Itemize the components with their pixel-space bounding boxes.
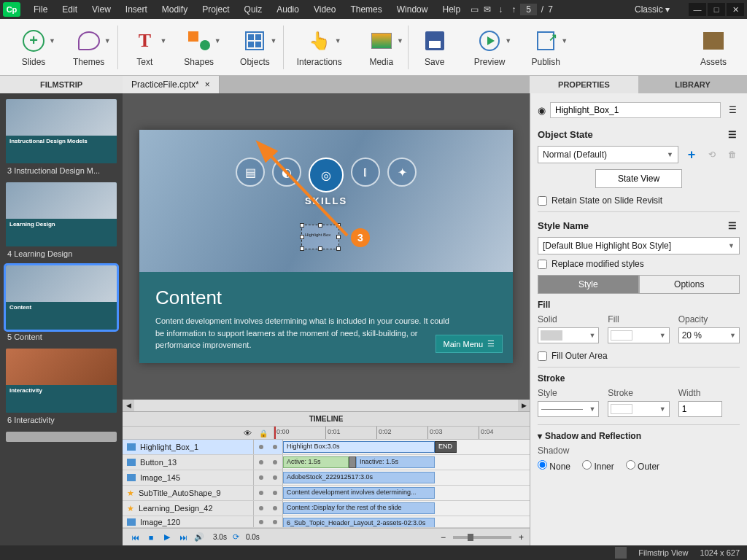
ribbon-slides[interactable]: ▼Slides	[7, 25, 60, 70]
timeline-row[interactable]: Button_13 Active: 1.5sInactive: 1.5s	[123, 455, 530, 470]
fill-outer-checkbox[interactable]	[538, 351, 547, 361]
zoom-in-button[interactable]: +	[519, 532, 524, 542]
stroke-style-dropdown[interactable]: ▼	[538, 401, 599, 417]
workspace-dropdown[interactable]: Classic ▾	[627, 3, 677, 16]
filmstrip-thumb[interactable]: Interactivity 6 Interactivity	[6, 349, 117, 424]
ribbon-assets[interactable]: Assets	[687, 25, 740, 70]
section-menu-icon[interactable]: ☰	[725, 127, 740, 141]
shadow-header[interactable]: ▾ Shadow and Reflection	[538, 431, 740, 441]
timeline-row[interactable]: Image_120 6_Sub_Topic_Header_Layout_2-as…	[123, 516, 530, 528]
menu-edit[interactable]: Edit	[55, 4, 85, 15]
lock-toggle[interactable]	[273, 491, 277, 495]
lock-column-icon[interactable]	[259, 428, 268, 438]
library-tab[interactable]: LIBRARY	[638, 76, 747, 93]
status-mini-icon[interactable]	[615, 547, 627, 559]
solid-dropdown[interactable]: ▼	[538, 327, 599, 343]
style-name-dropdown[interactable]: [Default Blue Highlight Box Style]▼	[538, 237, 740, 254]
loop-button[interactable]: ⟳	[230, 531, 243, 544]
canvas-stage[interactable]: ▤ ◐ ◎ ⫿ ✦ SKILLS Highlight Box	[123, 93, 530, 400]
selection-box[interactable]: Highlight Box	[301, 225, 339, 249]
filmstrip-thumb[interactable]: Learning Design 4 Learning Design	[6, 182, 117, 258]
visibility-toggle[interactable]	[259, 520, 263, 524]
upload-icon[interactable]: ↑	[507, 3, 520, 16]
timeline-bar[interactable]: 6_Sub_Topic_Header_Layout_2-assets-02:3.…	[283, 518, 435, 528]
visibility-toggle[interactable]	[259, 475, 263, 480]
close-button[interactable]: ✕	[727, 3, 744, 16]
menu-insert[interactable]: Insert	[118, 4, 155, 15]
shadow-outer-radio[interactable]: Outer	[626, 460, 659, 472]
ribbon-objects[interactable]: ▼Objects	[227, 25, 283, 70]
forward-button[interactable]: ⏭	[177, 531, 190, 544]
lock-toggle[interactable]	[273, 520, 277, 524]
file-tab[interactable]: PracticeFile.cptx*×	[123, 76, 220, 93]
timeline-bar[interactable]: Content :Display for the rest of the sli…	[283, 502, 435, 514]
style-tab[interactable]: Style	[538, 275, 639, 294]
zoom-out-button[interactable]: −	[441, 532, 446, 542]
ribbon-text[interactable]: T▼Text	[118, 25, 171, 70]
timeline-ruler[interactable]: 0:00 0:01 0:02 0:03 0:04	[274, 427, 530, 439]
timeline-row[interactable]: ★SubTitle_AutoShape_9 Content developmen…	[123, 486, 530, 501]
timeline-bar[interactable]: Highlight Box:3.0s	[283, 441, 435, 453]
timeline-row[interactable]: Image_145 AdobeStock_222912517:3.0s	[123, 470, 530, 486]
timeline-bar[interactable]: Active: 1.5s	[283, 456, 349, 468]
slide-canvas[interactable]: ▤ ◐ ◎ ⫿ ✦ SKILLS Highlight Box	[139, 130, 513, 363]
playhead[interactable]	[274, 427, 276, 439]
menu-file[interactable]: File	[26, 4, 55, 15]
shadow-inner-radio[interactable]: Inner	[582, 460, 614, 472]
scroll-left-button[interactable]: ◀	[123, 400, 134, 411]
object-name-input[interactable]	[550, 102, 721, 118]
menu-themes[interactable]: Themes	[343, 4, 389, 15]
visibility-icon[interactable]: ◉	[538, 105, 546, 116]
scroll-right-button[interactable]: ▶	[518, 400, 530, 411]
filmstrip-thumb[interactable]	[6, 432, 117, 442]
timeline-bar[interactable]: Inactive: 1.5s	[356, 456, 435, 468]
visibility-toggle[interactable]	[259, 506, 263, 510]
chat-icon[interactable]: ▭	[468, 3, 481, 16]
opacity-input[interactable]: 20 %▼	[678, 327, 740, 343]
zoom-slider[interactable]	[453, 536, 511, 539]
ribbon-themes[interactable]: ▼Themes	[60, 25, 117, 70]
menu-quiz[interactable]: Quiz	[237, 4, 270, 15]
filmstrip-header[interactable]: FILMSTRIP	[0, 76, 123, 93]
menu-help[interactable]: Help	[435, 4, 468, 15]
section-menu-icon[interactable]: ☰	[725, 218, 740, 233]
canvas-hscroll[interactable]: ◀ ▶	[123, 400, 530, 411]
pause-marker[interactable]	[349, 456, 356, 468]
lock-toggle[interactable]	[273, 445, 277, 449]
ribbon-shapes[interactable]: ▼Shapes	[171, 25, 227, 70]
ribbon-preview[interactable]: ▼Preview	[461, 25, 519, 70]
rewind-button[interactable]: ⏮	[128, 531, 142, 544]
menu-project[interactable]: Project	[195, 4, 236, 15]
ribbon-save[interactable]: Save	[409, 25, 461, 70]
menu-video[interactable]: Video	[306, 4, 343, 15]
timeline-row[interactable]: ★Learning_Design_42 Content :Display for…	[123, 501, 530, 516]
options-tab[interactable]: Options	[639, 275, 740, 294]
add-state-button[interactable]: +	[684, 147, 699, 162]
maximize-button[interactable]: □	[708, 3, 725, 16]
play-button[interactable]: ▶	[160, 531, 174, 544]
timeline-bar[interactable]: Content development involves determining…	[283, 487, 435, 499]
retain-state-checkbox[interactable]	[538, 196, 547, 206]
timeline-header[interactable]: TIMELINE	[123, 412, 530, 427]
fill-color-dropdown[interactable]: ▼	[608, 327, 669, 343]
visibility-toggle[interactable]	[259, 460, 263, 464]
visibility-toggle[interactable]	[259, 445, 263, 449]
timeline-bar[interactable]: AdobeStock_222912517:3.0s	[283, 472, 435, 483]
menu-window[interactable]: Window	[390, 4, 436, 15]
download-icon[interactable]: ↓	[494, 3, 507, 16]
stop-button[interactable]: ■	[144, 531, 158, 544]
page-current[interactable]: 5	[520, 4, 537, 15]
stroke-color-dropdown[interactable]: ▼	[608, 401, 669, 417]
width-input[interactable]	[678, 401, 722, 417]
lock-toggle[interactable]	[273, 506, 277, 510]
ribbon-publish[interactable]: ▼Publish	[518, 25, 573, 70]
properties-tab[interactable]: PROPERTIES	[530, 76, 638, 93]
state-dropdown[interactable]: Normal (Default)▼	[538, 146, 678, 163]
mail-icon[interactable]: ✉	[481, 3, 494, 16]
reset-state-icon[interactable]: ⟲	[705, 147, 719, 162]
lock-toggle[interactable]	[273, 460, 277, 464]
minimize-button[interactable]: —	[689, 3, 706, 16]
visibility-column-icon[interactable]	[244, 428, 252, 438]
close-tab-icon[interactable]: ×	[205, 79, 210, 90]
main-menu-button[interactable]: Main Menu☰	[436, 335, 503, 353]
